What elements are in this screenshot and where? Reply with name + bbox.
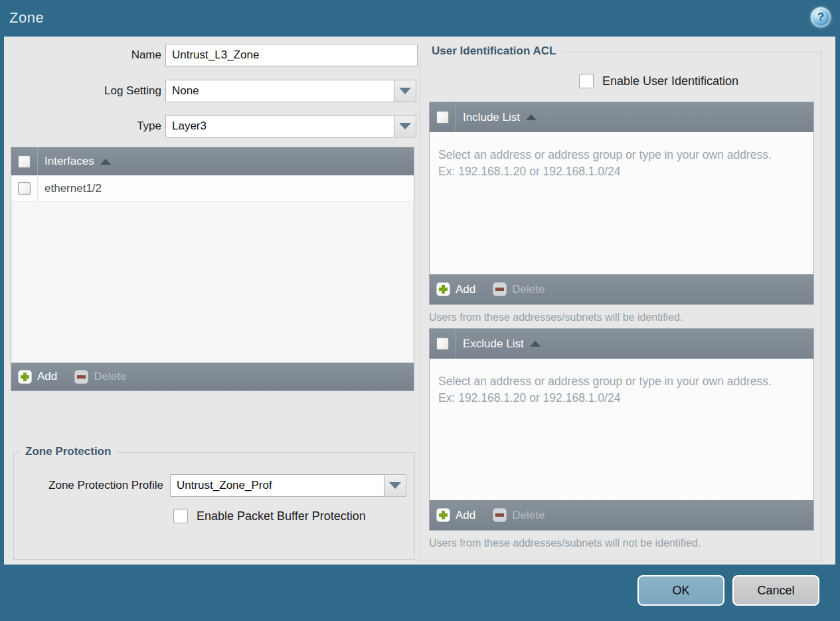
help-icon[interactable]: ? xyxy=(811,7,831,27)
interfaces-table-body: ethernet1/2 xyxy=(11,175,414,363)
type-select[interactable]: Layer3 xyxy=(165,115,416,137)
log-setting-dropdown-button[interactable] xyxy=(394,80,416,102)
zone-protection-fieldset: Zone Protection Zone Protection Profile … xyxy=(13,452,415,560)
include-list-select-all-checkbox[interactable] xyxy=(436,111,449,124)
type-dropdown-button[interactable] xyxy=(394,115,416,137)
type-row: Type Layer3 xyxy=(11,115,418,137)
exclude-list-caption: Users from these addresses/subnets will … xyxy=(429,537,701,549)
chevron-down-icon xyxy=(399,123,411,130)
add-icon xyxy=(436,508,450,522)
dialog-body: Name Log Setting None Type Layer3 In xyxy=(4,37,835,565)
log-setting-value[interactable]: None xyxy=(165,80,394,102)
enable-user-identification-row: Enable User Identification xyxy=(579,74,738,88)
include-list-column-header[interactable]: Include List xyxy=(463,111,537,124)
name-row: Name xyxy=(11,44,418,66)
enable-user-identification-label: Enable User Identification xyxy=(602,74,738,88)
user-identification-legend: User Identification ACL xyxy=(427,44,560,58)
chevron-down-icon xyxy=(389,482,401,489)
chevron-down-icon xyxy=(399,88,411,94)
zone-protection-legend: Zone Protection xyxy=(21,445,116,458)
exclude-list-header: Exclude List xyxy=(430,329,813,359)
sort-ascending-icon xyxy=(530,341,541,347)
log-setting-select[interactable]: None xyxy=(165,80,416,102)
add-icon xyxy=(18,370,32,384)
exclude-list-body[interactable]: Select an address or address group or ty… xyxy=(430,359,813,500)
log-setting-row: Log Setting None xyxy=(11,80,418,102)
include-add-button[interactable]: Add xyxy=(436,282,475,296)
exclude-list-placeholder: Select an address or address group or ty… xyxy=(430,359,813,406)
interfaces-table: Interfaces ethernet1/2 Add Delete xyxy=(11,147,414,391)
user-identification-fieldset: User Identification ACL Enable User Iden… xyxy=(420,52,822,561)
sort-ascending-icon xyxy=(100,159,111,165)
enable-user-identification-checkbox[interactable] xyxy=(579,74,594,88)
cancel-button[interactable]: Cancel xyxy=(732,575,819,606)
name-input[interactable] xyxy=(165,44,418,66)
zone-protection-profile-select[interactable]: Untrust_Zone_Prof xyxy=(170,474,406,497)
type-value[interactable]: Layer3 xyxy=(165,115,394,137)
zone-protection-profile-value[interactable]: Untrust_Zone_Prof xyxy=(170,474,384,497)
exclude-list-toolbar: Add Delete xyxy=(430,500,813,530)
exclude-list-column-header[interactable]: Exclude List xyxy=(463,337,541,351)
interfaces-column-header[interactable]: Interfaces xyxy=(44,155,111,168)
ok-button[interactable]: OK xyxy=(637,575,724,606)
interfaces-select-all-checkbox[interactable] xyxy=(18,155,31,168)
exclude-list-table: Exclude List Select an address or addres… xyxy=(429,328,814,531)
packet-buffer-row: Enable Packet Buffer Protection xyxy=(173,509,366,523)
include-list-placeholder: Select an address or address group or ty… xyxy=(430,132,813,180)
delete-icon xyxy=(493,282,507,296)
exclude-list-select-all-checkbox[interactable] xyxy=(436,337,449,350)
log-setting-label: Log Setting xyxy=(104,84,161,98)
include-list-header: Include List xyxy=(430,102,813,132)
interface-row-checkbox[interactable] xyxy=(18,182,31,195)
add-icon xyxy=(436,282,450,296)
name-label: Name xyxy=(131,48,161,62)
interfaces-add-button[interactable]: Add xyxy=(18,370,57,384)
include-list-table: Include List Select an address or addres… xyxy=(429,102,814,305)
include-delete-button[interactable]: Delete xyxy=(493,282,545,296)
packet-buffer-label: Enable Packet Buffer Protection xyxy=(197,509,366,523)
interfaces-table-header: Interfaces xyxy=(11,147,414,175)
table-row[interactable]: ethernet1/2 xyxy=(11,175,414,202)
include-list-body[interactable]: Select an address or address group or ty… xyxy=(430,132,813,274)
dialog-titlebar: Zone ? xyxy=(0,0,840,37)
type-label: Type xyxy=(137,120,161,133)
zone-protection-profile-dropdown-button[interactable] xyxy=(384,474,406,497)
dialog-title: Zone xyxy=(9,9,44,27)
delete-icon xyxy=(493,508,507,522)
interfaces-toolbar: Add Delete xyxy=(11,363,414,391)
packet-buffer-checkbox[interactable] xyxy=(173,509,188,523)
zone-protection-profile-row: Zone Protection Profile Untrust_Zone_Pro… xyxy=(14,474,414,497)
sort-ascending-icon xyxy=(526,114,537,120)
exclude-add-button[interactable]: Add xyxy=(436,508,475,522)
zone-protection-profile-label: Zone Protection Profile xyxy=(48,479,163,492)
delete-icon xyxy=(74,370,88,384)
include-list-toolbar: Add Delete xyxy=(430,274,813,304)
interfaces-delete-button[interactable]: Delete xyxy=(74,370,126,384)
interface-name: ethernet1/2 xyxy=(44,182,102,195)
include-list-caption: Users from these addresses/subnets will … xyxy=(429,311,683,323)
exclude-delete-button[interactable]: Delete xyxy=(493,508,545,522)
